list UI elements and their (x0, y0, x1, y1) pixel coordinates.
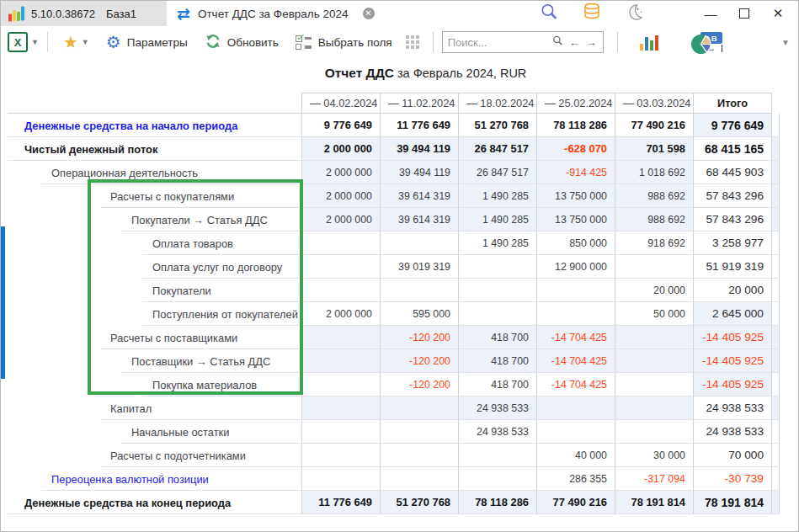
row-label[interactable]: Расчеты с поставщиками (8, 326, 301, 349)
value-cell[interactable]: 78 118 286 (536, 114, 615, 137)
value-cell[interactable]: 13 750 000 (536, 184, 615, 208)
value-cell[interactable]: 39 614 319 (380, 208, 458, 231)
value-cell[interactable]: 39 019 319 (380, 255, 458, 279)
value-cell[interactable] (301, 444, 380, 467)
value-cell[interactable] (458, 467, 536, 491)
value-cell[interactable] (380, 279, 458, 302)
value-cell[interactable]: 39 614 319 (380, 184, 458, 208)
total-cell[interactable]: 24 938 533 (693, 396, 772, 420)
row-label[interactable]: Оплата товаров (8, 231, 301, 255)
value-cell[interactable] (301, 420, 380, 444)
total-cell[interactable]: 78 191 814 (693, 491, 772, 514)
value-cell[interactable]: 988 692 (615, 208, 693, 231)
column-header[interactable]: — 25.02.2024 (536, 93, 615, 114)
value-cell[interactable]: 78 191 814 (615, 491, 693, 514)
column-header[interactable]: — 04.02.2024 (301, 93, 380, 114)
favorite-star-icon[interactable]: ★ (63, 34, 78, 51)
value-cell[interactable]: -914 425 (536, 161, 615, 184)
value-cell[interactable] (615, 326, 693, 349)
value-cell[interactable] (380, 467, 458, 491)
dark-mode-moon-icon[interactable] (625, 2, 645, 25)
value-cell[interactable]: 51 270 768 (380, 491, 458, 514)
value-cell[interactable]: 2 000 000 (301, 208, 380, 231)
value-cell[interactable]: 20 000 (615, 279, 693, 302)
value-cell[interactable]: 2 000 000 (301, 184, 380, 208)
total-cell[interactable]: -14 405 925 (693, 349, 772, 373)
value-cell[interactable]: 418 700 (458, 326, 536, 349)
value-cell[interactable]: -317 094 (615, 467, 693, 491)
star-dropdown-caret-icon[interactable]: ▼ (82, 38, 89, 46)
value-cell[interactable]: 418 700 (458, 373, 536, 396)
minimize-button[interactable]: — (694, 2, 727, 25)
value-cell[interactable]: 39 494 119 (380, 161, 458, 184)
value-cell[interactable] (301, 326, 380, 349)
value-cell[interactable]: 40 000 (536, 444, 615, 467)
pie-chart-icon[interactable] (690, 33, 712, 59)
value-cell[interactable]: 1 018 692 (615, 161, 693, 184)
value-cell[interactable] (301, 255, 380, 279)
total-cell[interactable]: -14 405 925 (693, 373, 772, 396)
value-cell[interactable]: 1 490 285 (458, 184, 536, 208)
row-label[interactable]: Поставщики → Статья ДДС (8, 349, 301, 373)
value-cell[interactable] (458, 255, 536, 279)
value-cell[interactable] (380, 444, 458, 467)
value-cell[interactable]: 595 000 (380, 302, 458, 326)
value-cell[interactable] (536, 302, 615, 326)
row-label[interactable]: Расчеты с покупателями (8, 184, 301, 208)
column-header[interactable]: — 18.02.2024 (458, 93, 536, 114)
search-next-icon[interactable]: → (586, 36, 597, 49)
value-cell[interactable]: -14 704 425 (536, 349, 615, 373)
value-cell[interactable]: 9 776 649 (301, 114, 380, 137)
value-cell[interactable] (458, 279, 536, 302)
value-cell[interactable]: 51 270 768 (458, 114, 536, 137)
value-cell[interactable]: 11 776 649 (301, 491, 380, 514)
value-cell[interactable]: 701 598 (615, 137, 693, 161)
total-cell[interactable]: 68 415 165 (693, 137, 772, 161)
value-cell[interactable]: -14 704 425 (536, 373, 615, 396)
value-cell[interactable] (615, 349, 693, 373)
value-cell[interactable]: 26 847 517 (458, 161, 536, 184)
total-cell[interactable]: -14 405 925 (693, 326, 772, 349)
value-cell[interactable]: 286 355 (536, 467, 615, 491)
value-cell[interactable]: 918 692 (615, 231, 693, 255)
bar-chart-icon[interactable] (640, 35, 658, 51)
search-prev-icon[interactable]: ← (569, 36, 580, 49)
row-label[interactable]: Денежные средства на конец периода (8, 491, 301, 514)
app-block[interactable]: 5.10.0.38672 База1 (1, 1, 167, 26)
value-cell[interactable]: 50 000 (615, 302, 693, 326)
column-header[interactable]: — 11.02.2024 (380, 93, 458, 114)
value-cell[interactable] (458, 302, 536, 326)
value-cell[interactable] (615, 420, 693, 444)
value-cell[interactable]: 11 776 649 (380, 114, 458, 137)
row-label[interactable]: Чистый денежный поток (8, 137, 301, 161)
toolbar-overflow-caret-icon[interactable]: ▼ (781, 38, 790, 47)
value-cell[interactable] (380, 396, 458, 420)
value-cell[interactable] (301, 279, 380, 302)
grid-view-icon[interactable] (406, 35, 419, 49)
total-cell[interactable]: -30 739 (693, 467, 772, 491)
search-box[interactable]: ← → (442, 31, 604, 53)
value-cell[interactable]: 77 490 216 (536, 491, 615, 514)
row-label[interactable]: Поступления от покупателей (8, 302, 301, 326)
total-cell[interactable]: 9 776 649 (693, 114, 772, 137)
value-cell[interactable] (615, 396, 693, 420)
value-cell[interactable]: 13 750 000 (536, 208, 615, 231)
value-cell[interactable] (301, 467, 380, 491)
value-cell[interactable] (615, 255, 693, 279)
value-cell[interactable]: 988 692 (615, 184, 693, 208)
value-cell[interactable]: 12 900 000 (536, 255, 615, 279)
row-label[interactable]: Покупатели (8, 279, 301, 302)
value-cell[interactable] (536, 396, 615, 420)
value-cell[interactable] (301, 349, 380, 373)
value-cell[interactable]: 39 494 119 (380, 137, 458, 161)
value-cell[interactable] (380, 231, 458, 255)
row-label[interactable]: Начальные остатки (8, 420, 301, 444)
value-cell[interactable]: 2 000 000 (301, 161, 380, 184)
total-cell[interactable]: 57 843 296 (693, 208, 772, 231)
value-cell[interactable]: 78 118 286 (458, 491, 536, 514)
tab-report[interactable]: ⇄ Отчет ДДС за Февраль 2024 ✕ (177, 6, 375, 22)
excel-export-icon[interactable]: X (8, 32, 28, 52)
total-cell[interactable]: 20 000 (693, 279, 772, 302)
value-cell[interactable]: 24 938 533 (458, 420, 536, 444)
search-input[interactable] (443, 36, 552, 49)
